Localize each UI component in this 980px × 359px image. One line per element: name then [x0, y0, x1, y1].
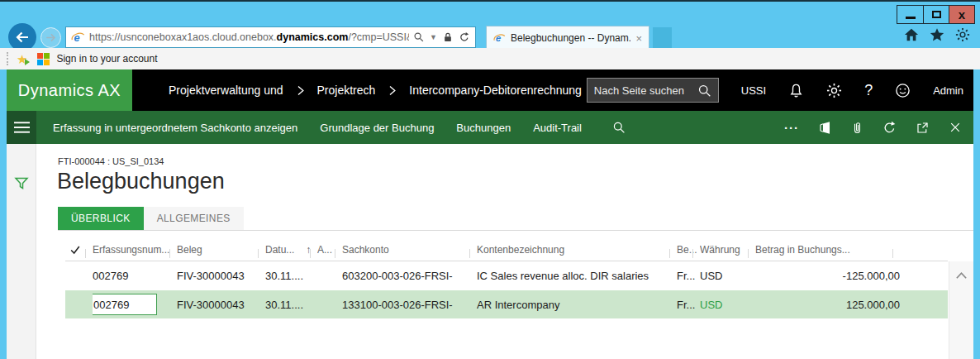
cell-kontenbezeichnung: IC Sales revenue alloc. DIR salaries: [477, 270, 677, 282]
table-row[interactable]: 002769 FIV-30000043 30.11.... 603200-003…: [65, 261, 948, 290]
window-close-button[interactable]: x: [949, 6, 974, 23]
grid-header-row: Erfassungsnum... Beleg Datu...↑ A... Sac…: [65, 239, 948, 261]
maximize-icon: [932, 11, 941, 18]
address-bar[interactable]: e https://usnconeboxax1aos.cloud.onebox.…: [65, 26, 476, 48]
chevron-down-icon[interactable]: ▼: [430, 33, 437, 41]
cell-erfassung: 002769: [93, 270, 177, 282]
record-id: FTI-000044 : US_SI_0134: [58, 156, 973, 166]
favorites-bar: ★ Sign in to your account: [0, 48, 980, 69]
action-posting-origin[interactable]: Grundlage der Buchung: [320, 122, 434, 134]
feedback-smiley-icon[interactable]: [895, 83, 911, 98]
browser-tab[interactable]: e Belegbuchungen -- Dynam... ×: [486, 26, 649, 50]
cell-beleg: FIV-30000043: [177, 270, 265, 282]
table-row-selected[interactable]: 002769 FIV-30000043 30.11.... 133100-003…: [65, 290, 948, 318]
browser-back-button[interactable]: [8, 23, 36, 51]
cell-waehrung-link[interactable]: USD: [700, 299, 755, 311]
filter-funnel-icon[interactable]: [13, 175, 30, 192]
refresh-icon[interactable]: [882, 121, 897, 135]
search-icon[interactable]: [612, 121, 626, 134]
refresh-icon[interactable]: [459, 31, 470, 43]
page-search-box[interactable]: Nach Seite suchen: [587, 78, 719, 103]
checkmark-icon: [69, 244, 81, 256]
breadcrumb: Projektverwaltung und Projektrech Interc…: [169, 84, 582, 97]
form-area: FTI-000044 : US_SI_0134 Belegbuchungen Ü…: [36, 144, 973, 359]
close-icon[interactable]: [949, 121, 962, 134]
breadcrumb-item-page[interactable]: Intercompany-Debitorenrechnung: [409, 84, 582, 97]
signin-favorite-link[interactable]: Sign in to your account: [56, 53, 157, 65]
cell-datum: 30.11....: [265, 299, 317, 311]
search-icon[interactable]: [413, 31, 425, 43]
cell-betrag: -125.000,00: [755, 270, 900, 282]
search-icon[interactable]: [697, 84, 711, 98]
action-postings[interactable]: Buchungen: [456, 122, 511, 134]
sort-ascending-icon: ↑: [306, 244, 311, 256]
transactions-grid: Erfassungsnum... Beleg Datu...↑ A... Sac…: [65, 239, 948, 318]
action-bar: Erfassung in untergeordnetem Sachkonto a…: [7, 111, 973, 144]
tab-close-icon[interactable]: ×: [635, 33, 642, 44]
cell-kontenbezeichnung: AR Intercompany: [477, 299, 677, 311]
page-title: Belegbuchungen: [57, 169, 973, 194]
office-icon[interactable]: [818, 121, 832, 135]
vertical-scrollbar[interactable]: [949, 261, 973, 359]
cell-beleg: FIV-30000043: [177, 299, 265, 311]
settings-gear-icon[interactable]: [955, 27, 970, 42]
window-controls: x: [897, 5, 975, 24]
hamburger-menu-button[interactable]: [7, 111, 36, 144]
col-header-sachkonto[interactable]: Sachkonto: [342, 239, 477, 261]
page-viewport: Dynamics AX Projektverwaltung und Projek…: [0, 69, 980, 359]
col-header-a[interactable]: A...: [317, 239, 342, 261]
form-tabs: ÜBERBLICK ALLGEMEINES: [58, 207, 973, 231]
hamburger-menu-icon: [14, 122, 30, 133]
breadcrumb-item-module[interactable]: Projektverwaltung und: [169, 84, 283, 97]
select-column-header[interactable]: [65, 239, 93, 261]
dynamics-header: Dynamics AX Projektverwaltung und Projek…: [7, 69, 973, 111]
add-favorite-star-icon[interactable]: ★: [17, 53, 27, 65]
col-header-kontenbezeichnung[interactable]: Kontenbezeichnung: [477, 239, 677, 261]
col-header-beleg[interactable]: Beleg: [177, 239, 265, 261]
window-minimize-button[interactable]: [897, 6, 923, 23]
drag-handle[interactable]: [7, 52, 9, 65]
left-sidebar: [7, 144, 36, 359]
new-tab-button[interactable]: [653, 27, 672, 48]
cell-erfassung-editing: 002769: [93, 294, 177, 315]
cell-waehrung: USD: [700, 270, 755, 282]
notifications-bell-icon[interactable]: [788, 83, 804, 98]
cell-sachkonto: 603200-003-026-FRSI-: [342, 270, 477, 282]
user-menu[interactable]: Admin: [933, 84, 963, 97]
browser-window: x e https://usnconeboxax1aos.cloud.onebo…: [0, 0, 980, 359]
cell-be: Fr...: [677, 270, 700, 282]
close-icon: x: [959, 8, 965, 21]
breadcrumb-item-area[interactable]: Projektrech: [317, 84, 376, 97]
tab-general[interactable]: ALLGEMEINES: [144, 207, 244, 230]
favorites-star-icon[interactable]: [930, 27, 944, 42]
action-audit-trail[interactable]: Audit-Trail: [533, 122, 582, 134]
gear-icon[interactable]: [826, 83, 842, 98]
scrollbar-up-icon[interactable]: [955, 271, 968, 280]
help-icon[interactable]: ?: [864, 82, 873, 99]
url-text[interactable]: https://usnconeboxax1aos.cloud.onebox.dy…: [89, 31, 409, 43]
minimize-icon: [906, 17, 916, 19]
back-arrow-icon: [14, 29, 31, 45]
microsoft-logo-icon: [37, 53, 50, 65]
attachments-paperclip-icon[interactable]: [851, 121, 863, 135]
col-header-datum[interactable]: Datu...↑: [265, 239, 317, 261]
page-content: FTI-000044 : US_SI_0134 Belegbuchungen Ü…: [7, 144, 973, 359]
lock-icon: [442, 31, 454, 43]
browser-forward-button[interactable]: [40, 27, 61, 48]
browser-chrome: x e https://usnconeboxax1aos.cloud.onebo…: [0, 0, 980, 69]
chevron-right-icon: [295, 84, 306, 97]
col-header-waehrung[interactable]: Währung: [700, 239, 755, 261]
col-header-be[interactable]: Be...: [677, 239, 700, 261]
action-show-subledger[interactable]: Erfassung in untergeordnetem Sachkonto a…: [53, 122, 297, 134]
col-header-erfassung[interactable]: Erfassungsnum...: [93, 239, 177, 261]
popout-icon[interactable]: [916, 121, 930, 135]
more-options-icon[interactable]: ···: [784, 121, 799, 135]
col-header-betrag[interactable]: Betrag in Buchungs...: [755, 239, 900, 261]
chevron-right-icon: [387, 84, 397, 97]
erfassung-input[interactable]: 002769: [93, 294, 157, 315]
dynamics-logo[interactable]: Dynamics AX: [7, 69, 132, 111]
home-icon[interactable]: [904, 27, 919, 42]
company-badge[interactable]: USSI: [741, 84, 766, 97]
tab-overview[interactable]: ÜBERBLICK: [58, 207, 144, 230]
window-maximize-button[interactable]: [923, 6, 949, 23]
